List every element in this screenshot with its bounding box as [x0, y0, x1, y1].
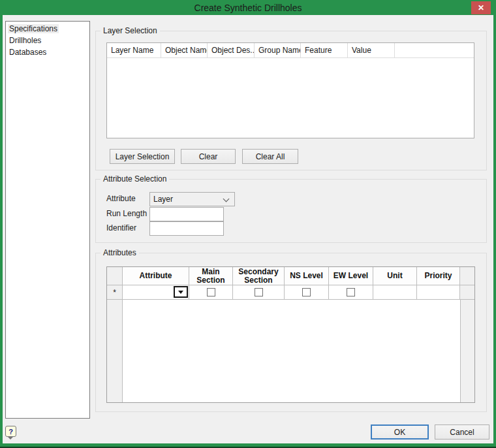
- ok-button[interactable]: OK: [371, 424, 429, 440]
- attributes-group-label: Attributes: [101, 248, 139, 257]
- column-header-layer-name[interactable]: Layer Name: [107, 43, 161, 57]
- layer-table: Layer Name Object Name Object Des... Gro…: [106, 42, 474, 138]
- attribute-label: Attribute: [106, 194, 136, 203]
- identifier-input[interactable]: [149, 221, 224, 236]
- main-section-cell: [189, 285, 233, 300]
- title-bar: Create Synthetic Drillholes: [0, 0, 496, 15]
- run-length-label: Run Length: [106, 209, 147, 218]
- column-header-filler: [395, 43, 474, 57]
- attributes-table-empty-area: [107, 300, 474, 402]
- attributes-table: Attribute Main Section Secondary Section…: [106, 266, 475, 403]
- ns-level-checkbox[interactable]: [302, 288, 311, 296]
- column-header-feature[interactable]: Feature: [301, 43, 348, 57]
- priority-cell[interactable]: [417, 285, 460, 300]
- create-synthetic-drillholes-dialog: Create Synthetic Drillholes ✕ Specificat…: [0, 0, 496, 448]
- sidebar-item-databases[interactable]: Databases: [6, 46, 89, 58]
- sidebar-item-specifications[interactable]: Specifications: [6, 23, 89, 35]
- secondary-section-checkbox[interactable]: [255, 288, 263, 296]
- attribute-cell[interactable]: [123, 285, 189, 300]
- sidebar-item-label: Drillholes: [8, 36, 42, 45]
- unit-cell[interactable]: [373, 285, 417, 300]
- column-header-attribute[interactable]: Attribute: [123, 267, 189, 285]
- chevron-down-icon: [223, 196, 230, 202]
- column-header-main-section[interactable]: Main Section: [189, 267, 233, 285]
- help-button[interactable]: ?: [5, 426, 18, 441]
- cancel-button[interactable]: Cancel: [435, 424, 489, 440]
- layer-selection-button[interactable]: Layer Selection: [110, 149, 175, 164]
- ew-level-checkbox[interactable]: [347, 288, 355, 296]
- category-list: Specifications Drillholes Databases: [5, 21, 90, 419]
- column-header-object-description[interactable]: Object Des...: [208, 43, 255, 57]
- column-header-ew-level[interactable]: EW Level: [329, 267, 373, 285]
- layer-table-body[interactable]: [107, 58, 474, 138]
- secondary-section-cell: [233, 285, 285, 300]
- clear-button[interactable]: Clear: [181, 149, 236, 164]
- attribute-dropdown[interactable]: Layer: [149, 192, 235, 206]
- column-header-ns-level[interactable]: NS Level: [285, 267, 329, 285]
- attribute-cell-dropdown-button[interactable]: [174, 286, 188, 298]
- empty-rows-area: [123, 300, 460, 402]
- clear-all-button[interactable]: Clear All: [242, 149, 298, 164]
- attribute-selection-group-label: Attribute Selection: [101, 174, 169, 184]
- column-header-unit[interactable]: Unit: [373, 267, 417, 285]
- column-header-priority[interactable]: Priority: [417, 267, 460, 285]
- ns-level-cell: [285, 285, 329, 300]
- layer-table-header-row: Layer Name Object Name Object Des... Gro…: [107, 43, 474, 58]
- new-row-marker: *: [107, 285, 123, 300]
- close-icon: ✕: [478, 4, 484, 12]
- dropdown-arrow-icon: [178, 291, 183, 294]
- sidebar-item-label: Databases: [8, 48, 48, 57]
- main-section-checkbox[interactable]: [207, 288, 215, 296]
- window-title: Create Synthetic Drillholes: [194, 3, 302, 13]
- close-button[interactable]: ✕: [471, 1, 491, 14]
- attributes-table-header-row: Attribute Main Section Secondary Section…: [107, 267, 474, 285]
- attribute-dropdown-value: Layer: [150, 195, 173, 204]
- column-header-object-name[interactable]: Object Name: [161, 43, 208, 57]
- filler-cell: [460, 285, 474, 300]
- ew-level-cell: [329, 285, 373, 300]
- run-length-input[interactable]: [149, 207, 224, 221]
- layer-selection-group-label: Layer Selection: [101, 26, 160, 35]
- identifier-label: Identifier: [106, 223, 136, 232]
- sidebar-item-drillholes[interactable]: Drillholes: [6, 35, 89, 46]
- help-icon: ?: [5, 426, 16, 437]
- filler-column: [460, 300, 474, 402]
- row-header-column: [107, 300, 123, 402]
- sidebar-item-label: Specifications: [8, 24, 59, 33]
- column-header-group-name[interactable]: Group Name: [255, 43, 301, 57]
- column-header-secondary-section[interactable]: Secondary Section: [233, 267, 285, 285]
- row-header-corner-cell: [107, 267, 123, 285]
- column-header-value[interactable]: Value: [348, 43, 395, 57]
- column-header-filler: [460, 267, 474, 285]
- new-row: *: [107, 285, 474, 300]
